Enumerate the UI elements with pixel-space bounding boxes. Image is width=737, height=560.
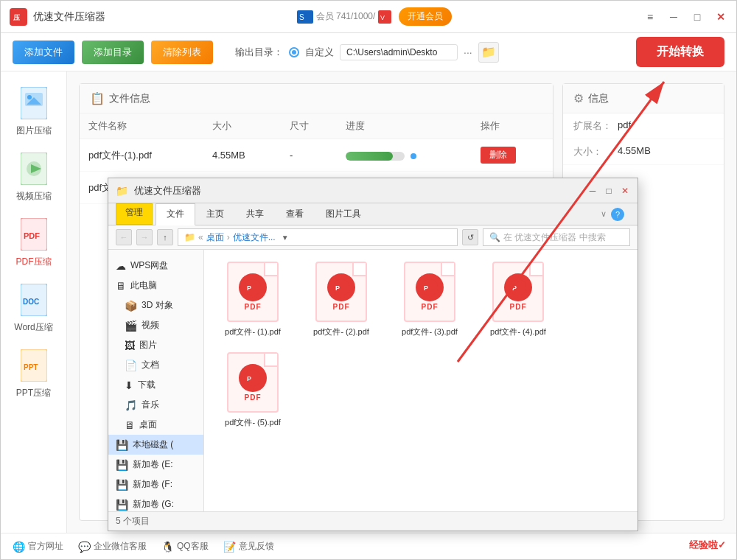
- minimize-button[interactable]: ─: [667, 10, 680, 24]
- fe-3d-icon: 📦: [125, 300, 137, 312]
- bottom-qq-service[interactable]: 🐧 QQ客服: [161, 540, 209, 553]
- fe-title: 优速文件压缩器: [134, 184, 201, 197]
- sidebar-item-image[interactable]: 图片压缩: [4, 86, 63, 137]
- fe-tab-home[interactable]: 主页: [195, 203, 235, 225]
- vip-button[interactable]: 开通会员: [399, 7, 452, 26]
- fe-tab-share[interactable]: 共享: [235, 203, 275, 225]
- fe-minimize-btn[interactable]: ─: [587, 186, 598, 196]
- maximize-button[interactable]: □: [691, 10, 704, 24]
- menu-button[interactable]: ≡: [643, 10, 657, 24]
- fe-up-btn[interactable]: ↑: [157, 229, 173, 245]
- fe-sidebar-3d[interactable]: 📦 3D 对象: [108, 295, 203, 315]
- title-bar: 压 优速文件压缩器 S 会员 741/1000/ V 开通会员 ≡ ─ □ ✕: [1, 1, 736, 33]
- fe-tab-image-tools[interactable]: 图片工具: [315, 203, 372, 225]
- info-ext-label: 扩展名：: [573, 119, 618, 133]
- fe-sidebar-video[interactable]: 🎬 视频: [108, 315, 203, 335]
- svg-text:S: S: [299, 13, 304, 21]
- fe-sidebar-music[interactable]: 🎵 音乐: [108, 395, 203, 415]
- pdf-logo-2: P: [327, 273, 355, 301]
- info-size-row: 大小： 4.55MB: [563, 139, 724, 165]
- more-button[interactable]: ···: [464, 46, 472, 58]
- pdf-text-2: PDF: [333, 303, 350, 311]
- fe-back-btn[interactable]: ←: [116, 229, 132, 245]
- fe-maximize-btn[interactable]: □: [604, 186, 614, 196]
- bottom-wechat-service[interactable]: 💬 企业微信客服: [78, 540, 147, 553]
- output-path-input[interactable]: [340, 44, 458, 60]
- progress-dot: [411, 153, 416, 159]
- info-ext-row: 扩展名： pdf: [563, 113, 724, 139]
- title-bar-right: ≡ ─ □ ✕: [643, 10, 727, 24]
- col-progress: 进度: [337, 113, 472, 139]
- fe-sidebar-local-disk[interactable]: 💾 本地磁盘 (: [108, 435, 203, 455]
- bottom-feedback[interactable]: 📝 意见反馈: [223, 540, 274, 553]
- add-dir-button[interactable]: 添加目录: [82, 41, 144, 64]
- fe-help-btn[interactable]: ?: [611, 208, 624, 221]
- fe-path-bar[interactable]: 📁 « 桌面 › 优速文件... ▼: [178, 228, 458, 246]
- fe-sidebar-desktop[interactable]: 🖥 桌面: [108, 415, 203, 435]
- fe-search-bar[interactable]: 🔍 在 优速文件压缩器 中搜索: [483, 228, 630, 246]
- fe-search-placeholder: 在 优速文件压缩器 中搜索: [503, 231, 606, 244]
- fe-title-bar: 📁 优速文件压缩器 ─ □ ✕: [108, 178, 638, 203]
- fe-refresh-btn[interactable]: ↺: [462, 229, 478, 245]
- clear-button[interactable]: 清除列表: [151, 41, 213, 64]
- fe-tab-file[interactable]: 文件: [156, 203, 195, 225]
- fe-filename-3: pdf文件- (3).pdf: [402, 326, 458, 337]
- delete-button-1[interactable]: 删除: [481, 147, 516, 164]
- pdf-text-1: PDF: [245, 303, 262, 311]
- cell-dim: -: [281, 139, 337, 172]
- fe-sidebar-docs[interactable]: 📄 文档: [108, 355, 203, 375]
- file-item-5[interactable]: P PDF pdf文件- (5).pdf: [216, 352, 290, 428]
- fe-sidebar-drive-g[interactable]: 💾 新加卷 (G:: [108, 494, 203, 511]
- sidebar-item-ppt[interactable]: PPT PPT压缩: [4, 349, 63, 399]
- fe-local-disk-icon: 💾: [116, 439, 128, 451]
- fe-path-app[interactable]: 优速文件...: [233, 231, 276, 244]
- fe-path-sep1: «: [198, 232, 203, 242]
- file-item-3[interactable]: P PDF pdf文件- (3).pdf: [393, 262, 467, 337]
- file-item-1[interactable]: P PDF pdf文件- (1).pdf: [216, 262, 290, 337]
- fe-sidebar-drive-e[interactable]: 💾 新加卷 (E:: [108, 455, 203, 475]
- fe-tab-view[interactable]: 查看: [275, 203, 315, 225]
- pdf-text-4: PDF: [510, 303, 527, 311]
- gear-icon: ⚙: [573, 91, 584, 105]
- output-radio[interactable]: [289, 47, 299, 57]
- pdf-logo-5: P: [239, 364, 267, 392]
- fe-path-desktop[interactable]: 桌面: [206, 231, 224, 244]
- col-action: 操作: [472, 113, 553, 139]
- fe-body: ☁ WPS网盘 🖥 此电脑 📦 3D 对象 🎬 视频 🖼 图片: [108, 250, 638, 511]
- fe-expand-btn[interactable]: ∨: [601, 209, 607, 219]
- file-item-2[interactable]: P PDF pdf文件- (2).pdf: [304, 262, 378, 337]
- qq-label: QQ客服: [177, 540, 209, 553]
- fe-forward-btn[interactable]: →: [136, 229, 153, 245]
- col-dim: 尺寸: [281, 113, 337, 139]
- cell-action: 删除: [472, 139, 553, 172]
- pdf-logo-4: P: [504, 273, 532, 301]
- fe-sidebar-wps[interactable]: ☁ WPS网盘: [108, 256, 203, 276]
- pdf-icon-3: P PDF: [404, 262, 455, 322]
- output-type: 自定义: [305, 46, 334, 59]
- fe-sidebar-pictures[interactable]: 🖼 图片: [108, 335, 203, 355]
- fe-sidebar-pc[interactable]: 🖥 此电脑: [108, 276, 203, 295]
- fe-sidebar-drive-f[interactable]: 💾 新加卷 (F:: [108, 475, 203, 494]
- pdf-icon-2: P PDF: [315, 262, 367, 322]
- fe-tab-manage[interactable]: 管理: [116, 203, 153, 225]
- svg-text:P: P: [512, 284, 517, 292]
- file-item-4[interactable]: P PDF pdf文件- (4).pdf: [481, 262, 555, 337]
- start-button[interactable]: 开始转换: [636, 37, 724, 67]
- svg-text:P: P: [247, 375, 251, 382]
- sidebar-item-word[interactable]: DOC Word压缩: [4, 283, 63, 334]
- close-button[interactable]: ✕: [714, 10, 727, 24]
- app-icon: 压: [10, 8, 27, 26]
- fe-sidebar-downloads[interactable]: ⬇ 下载: [108, 375, 203, 395]
- feedback-icon: 📝: [223, 541, 236, 553]
- svg-text:P: P: [247, 284, 251, 292]
- pdf-logo-3: P: [416, 273, 444, 301]
- fe-statusbar: 5 个项目: [108, 511, 638, 531]
- sidebar-item-pdf[interactable]: PDF PDF压缩: [4, 217, 63, 268]
- fe-close-btn[interactable]: ✕: [620, 186, 630, 196]
- bottom-official-site[interactable]: 🌐 官方网址: [13, 540, 63, 553]
- folder-button[interactable]: 📁: [478, 42, 499, 63]
- sidebar-item-video[interactable]: 视频压缩: [4, 152, 63, 203]
- add-file-button[interactable]: 添加文件: [13, 41, 74, 64]
- fe-path-dropdown[interactable]: ▼: [282, 234, 289, 242]
- fe-path-sep2: ›: [227, 232, 230, 242]
